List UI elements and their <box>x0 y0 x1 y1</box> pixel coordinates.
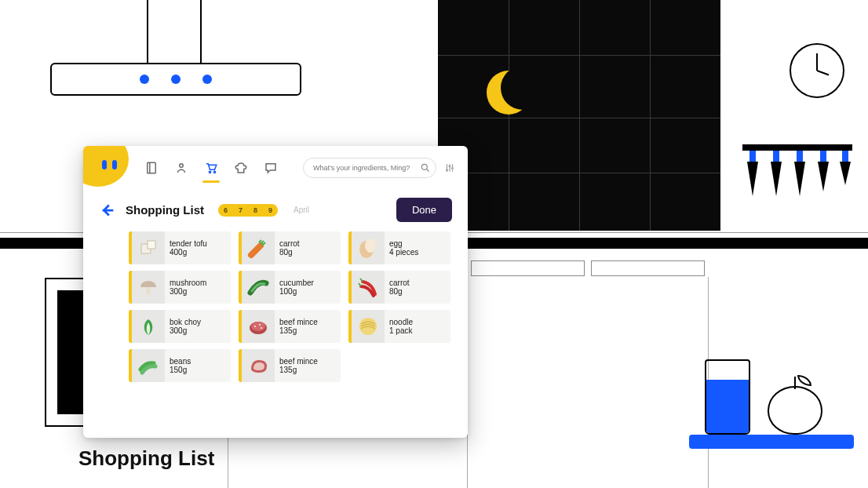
ingredient-name: cucumber <box>279 279 314 288</box>
chef-hat-icon[interactable] <box>234 161 248 175</box>
ingredient-name: beef mince <box>279 318 318 327</box>
back-button[interactable] <box>99 202 116 219</box>
ingredient-name: tender tofu <box>170 239 207 249</box>
cart-icon[interactable] <box>204 161 218 175</box>
ingredient-thumbnail <box>242 310 275 343</box>
ingredient-thumbnail <box>132 231 165 264</box>
date-chip[interactable]: 8 <box>248 204 263 217</box>
ingredient-name: mushroom <box>170 279 206 288</box>
hood-light-dot <box>202 75 212 84</box>
ingredient-name: beef mince <box>279 357 318 366</box>
ingredient-card[interactable]: noodle1 pack <box>348 310 450 343</box>
svg-point-5 <box>447 169 448 171</box>
knife-icon <box>794 151 805 196</box>
book-icon[interactable] <box>144 161 159 175</box>
search-icon[interactable] <box>420 162 431 173</box>
ingredient-thumbnail <box>132 349 165 382</box>
ingredient-name: egg <box>389 239 418 249</box>
tray <box>689 435 854 449</box>
hood-light-dot <box>140 75 149 84</box>
profile-icon[interactable] <box>174 161 188 175</box>
ingredient-qty: 150g <box>170 366 191 375</box>
cabinet-drawer <box>591 260 705 276</box>
svg-rect-0 <box>148 162 156 173</box>
ingredient-qty: 135g <box>279 366 318 375</box>
screen-caption: Shopping List <box>78 446 214 471</box>
ingredient-thumbnail <box>132 271 165 304</box>
ingredient-thumbnail <box>242 349 275 382</box>
ingredient-card[interactable]: mushroom300g <box>129 271 231 304</box>
ingredient-qty: 4 pieces <box>389 248 418 257</box>
hood-light-dot <box>171 75 181 84</box>
filter-icon[interactable] <box>444 162 455 173</box>
ingredient-name: noodle <box>389 318 413 327</box>
ingredient-card[interactable]: cucumber100g <box>239 271 341 304</box>
knife-icon <box>771 151 782 196</box>
ingredient-thumbnail <box>352 271 385 304</box>
date-chip[interactable]: 7 <box>233 204 248 217</box>
top-bar <box>83 146 468 190</box>
page-title: Shopping List <box>126 203 204 217</box>
ingredient-card[interactable]: bok choy300g <box>129 310 231 343</box>
done-button[interactable]: Done <box>396 198 452 222</box>
chat-icon[interactable] <box>264 161 278 175</box>
water-glass <box>705 359 750 435</box>
ingredient-qty: 400g <box>170 248 207 257</box>
month-label: April <box>294 206 309 214</box>
ingredient-card[interactable]: beef mince135g <box>239 310 341 343</box>
date-chip[interactable]: 6 <box>218 204 233 217</box>
ingredient-name: carrot <box>279 239 300 249</box>
svg-point-4 <box>421 164 427 169</box>
moon-icon <box>487 71 531 115</box>
range-hood-pipe <box>147 0 202 63</box>
ingredient-name: carrot <box>389 279 410 288</box>
ingredient-card[interactable]: carrot80g <box>348 271 450 304</box>
svg-point-6 <box>449 166 450 167</box>
page-header: Shopping List 6 7 8 9 April Done <box>83 190 468 227</box>
ingredient-name: bok choy <box>170 318 201 327</box>
ingredient-thumbnail <box>242 271 275 304</box>
stove-window <box>438 0 720 231</box>
apple-icon <box>768 386 822 435</box>
date-chips[interactable]: 6 7 8 9 <box>218 204 278 217</box>
ingredient-card[interactable]: tender tofu400g <box>129 231 231 264</box>
ingredient-qty: 300g <box>170 326 201 336</box>
ingredient-name: beans <box>170 357 191 366</box>
ingredient-qty: 80g <box>389 287 410 297</box>
svg-point-1 <box>180 164 184 168</box>
date-chip[interactable]: 9 <box>263 204 278 217</box>
search-input[interactable] <box>313 164 420 172</box>
ingredient-thumbnail <box>242 231 275 264</box>
app-logo-eyes <box>102 160 117 169</box>
knife-rack <box>742 144 852 151</box>
app-window: Shopping List 6 7 8 9 April Done tender … <box>83 146 468 438</box>
nav-bar <box>144 161 278 175</box>
svg-point-2 <box>209 171 210 173</box>
ingredient-qty: 1 pack <box>389 326 413 336</box>
knife-icon <box>818 151 829 191</box>
knife-icon <box>840 151 851 185</box>
ingredient-thumbnail <box>352 231 385 264</box>
ingredient-card[interactable]: beans150g <box>129 349 231 382</box>
ingredient-qty: 100g <box>279 287 314 297</box>
knife-icon <box>747 151 758 196</box>
ingredient-thumbnail <box>132 310 165 343</box>
shopping-grid: tender tofu400gcarrot80gegg4 piecesmushr… <box>83 227 468 395</box>
ingredient-qty: 135g <box>279 326 318 336</box>
ingredient-card[interactable]: beef mince135g <box>239 349 341 382</box>
cabinet-drawer <box>471 260 585 276</box>
svg-point-7 <box>452 168 454 169</box>
ingredient-qty: 80g <box>279 248 300 257</box>
ingredient-card[interactable]: egg4 pieces <box>348 231 450 264</box>
ingredient-qty: 300g <box>170 287 206 297</box>
svg-point-3 <box>213 171 215 173</box>
search-box[interactable] <box>303 158 436 178</box>
wall-clock <box>790 43 844 98</box>
range-hood <box>50 63 301 96</box>
ingredient-thumbnail <box>352 310 385 343</box>
ingredient-card[interactable]: carrot80g <box>239 231 341 264</box>
